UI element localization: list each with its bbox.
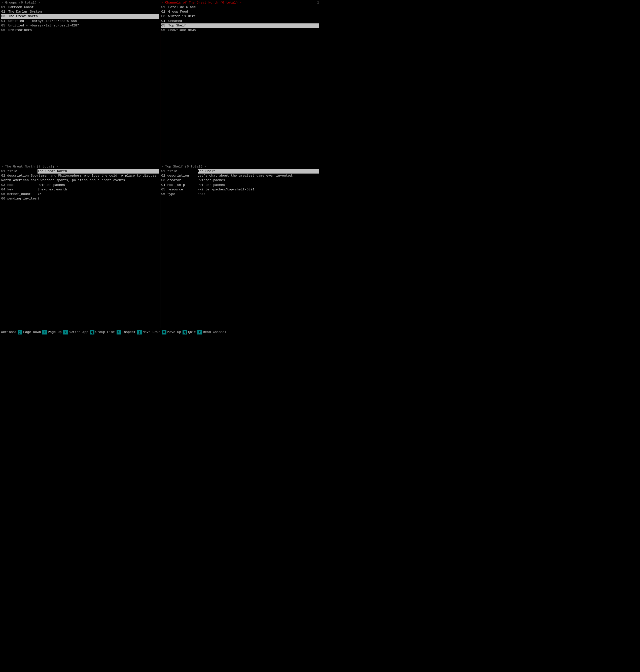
channel-detail-row: 06typechat: [161, 192, 319, 197]
actions-label: Actions:: [1, 330, 17, 334]
action-key-badge[interactable]: k: [42, 330, 47, 334]
group-list-item[interactable]: 01Hammock Coast: [1, 5, 159, 10]
channel-list-item[interactable]: 02Group Feed: [161, 10, 319, 14]
channel-list-item[interactable]: 05Top Shelf: [161, 24, 319, 28]
action-key-badge[interactable]: i: [117, 330, 121, 334]
close-icon[interactable]: □: [317, 1, 319, 4]
group-detail-row: 03host~winter-paches: [1, 183, 159, 187]
panel-group-detail-title: - The Great North (7 total) -: [1, 165, 159, 169]
channel-detail-row: 04host_ship~winter-paches: [161, 183, 319, 187]
panel-groups: - Groups (6 total) - 01Hammock Coast02Th…: [0, 0, 160, 164]
panel-channels: - Channels of The Great North (6 total) …: [160, 0, 320, 164]
action-label: Page Down: [22, 330, 42, 334]
group-list-item[interactable]: 02The Darlur System: [1, 10, 159, 14]
channel-detail-row: 03creator~winter-paches: [161, 178, 319, 183]
panel-group-detail: - The Great North (7 total) - 01titleThe…: [0, 164, 160, 328]
channel-detail-row: 01titleTop Shelf: [161, 169, 319, 173]
group-detail-row: 06pending_invites?: [1, 197, 159, 201]
main-container: - Groups (6 total) - 01Hammock Coast02Th…: [0, 0, 320, 328]
action-key-badge[interactable]: k: [162, 330, 166, 334]
action-key-badge[interactable]: j: [137, 330, 142, 334]
channel-list-item[interactable]: 04Unnamed: [161, 19, 319, 24]
action-key-badge[interactable]: x: [63, 330, 68, 334]
panel-channel-detail-title: - Top Shelf (6 total) -: [161, 165, 319, 169]
action-key-badge[interactable]: r: [198, 330, 202, 334]
action-key-badge[interactable]: q: [90, 330, 94, 334]
group-detail-list: 01titleThe Great North02 description Spo…: [1, 169, 159, 201]
channel-list-item[interactable]: 01Hotel de Glace: [161, 5, 319, 10]
channel-detail-list: 01titleTop Shelf02descriptionLet's chat …: [161, 169, 319, 197]
action-label: Read Channel: [202, 330, 228, 334]
panel-channel-detail: - Top Shelf (6 total) - 01titleTop Shelf…: [160, 164, 320, 328]
action-label: Move Up: [166, 330, 183, 334]
channel-list-item[interactable]: 06Snowflake News: [161, 28, 319, 32]
group-detail-row: 04keythe-great-north: [1, 187, 159, 192]
group-detail-row: 02 description Sportsmen and Philosopher…: [1, 173, 159, 183]
panel-channels-title: - Channels of The Great North (6 total) …: [161, 1, 319, 4]
action-key-badge[interactable]: q: [183, 330, 187, 334]
action-label: Inspect: [121, 330, 137, 334]
panel-groups-title: - Groups (6 total) -: [1, 1, 159, 4]
action-key-badge[interactable]: j: [18, 330, 22, 334]
channel-detail-row: 02descriptionLet's chat about the greate…: [161, 173, 319, 178]
actions-bar: Actions: jPage DownkPage UpxSwitch AppqG…: [0, 328, 320, 336]
channel-list-item[interactable]: 03Winter is Here: [161, 14, 319, 19]
group-detail-row: 05member_count75: [1, 192, 159, 197]
group-list-item[interactable]: 06urbitcoiners: [1, 28, 159, 32]
action-label: Switch App: [68, 330, 90, 334]
action-label: Move Down: [142, 330, 162, 334]
channel-detail-row: 05resource~winter-paches/top-shelf-6391: [161, 187, 319, 192]
group-detail-row: 01titleThe Great North: [1, 169, 159, 173]
group-list-item[interactable]: 03The Great North: [1, 14, 159, 19]
action-label: Quit: [187, 330, 198, 334]
action-label: Page Up: [47, 330, 63, 334]
group-list-item[interactable]: 04Untitled - ~barsyr-latreb/test0-996: [1, 19, 159, 24]
groups-list: 01Hammock Coast02The Darlur System03The …: [1, 5, 159, 32]
channels-list: 01Hotel de Glace02Group Feed03Winter is …: [161, 5, 319, 32]
group-list-item[interactable]: 05Untitled - ~barsyr-latreb/test1-4287: [1, 24, 159, 28]
action-label: Group List: [94, 330, 117, 334]
actions-container: jPage DownkPage UpxSwitch AppqGroup List…: [18, 330, 228, 334]
